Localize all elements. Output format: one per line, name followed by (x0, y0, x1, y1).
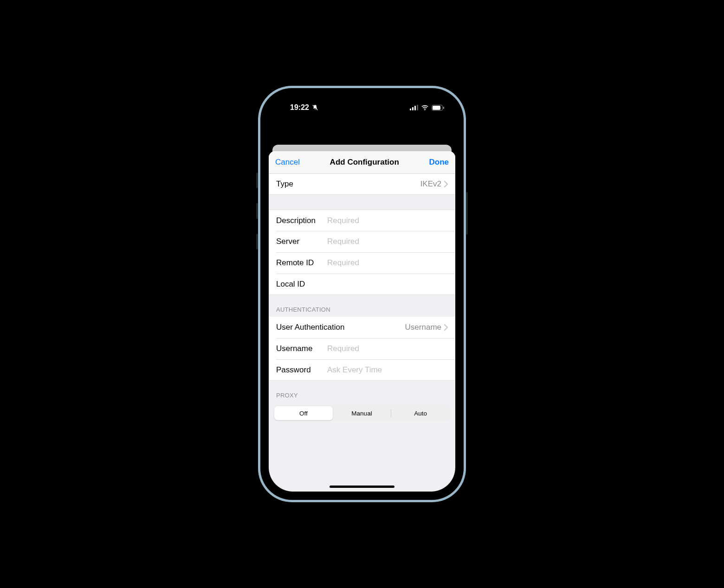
svg-point-4 (425, 109, 426, 110)
row-server[interactable]: Server (269, 231, 455, 252)
svg-rect-3 (417, 105, 418, 110)
bell-slash-icon (312, 104, 318, 111)
cellular-icon (410, 105, 418, 110)
proxy-seg-auto[interactable]: Auto (391, 406, 450, 420)
username-input[interactable] (327, 344, 448, 353)
server-input[interactable] (327, 237, 448, 246)
row-remote-id[interactable]: Remote ID (269, 252, 455, 274)
group-authentication: Authentication User Authentication Usern… (269, 295, 455, 381)
group-type: Type IKEv2 (269, 173, 455, 195)
type-value: IKEv2 (420, 179, 441, 189)
user-auth-value: Username (405, 323, 441, 332)
row-username[interactable]: Username (269, 338, 455, 359)
group-connection: Description Server Remote ID (269, 210, 455, 295)
battery-icon (432, 105, 444, 111)
description-label: Description (276, 216, 323, 225)
password-label: Password (276, 365, 323, 375)
nav-bar: Cancel Add Configuration Done (269, 151, 455, 173)
row-type[interactable]: Type IKEv2 (269, 173, 455, 195)
remote-id-label: Remote ID (276, 258, 323, 268)
type-label: Type (276, 179, 293, 189)
cancel-button[interactable]: Cancel (275, 158, 300, 167)
local-id-input[interactable] (327, 280, 448, 289)
done-button[interactable]: Done (429, 158, 449, 167)
form-table: Type IKEv2 Description (269, 173, 455, 421)
chevron-right-icon (444, 181, 448, 187)
page-title: Add Configuration (330, 158, 399, 167)
username-label: Username (276, 344, 323, 353)
phone-frame: 19:22 (262, 90, 462, 498)
notch (323, 96, 401, 109)
row-password[interactable]: Password (269, 359, 455, 381)
proxy-seg-off[interactable]: Off (274, 406, 333, 420)
screen: 19:22 (269, 96, 455, 492)
sheet-backdrop: Cancel Add Configuration Done Type IKEv2 (269, 119, 455, 492)
remote-id-input[interactable] (327, 258, 448, 268)
svg-rect-1 (412, 107, 414, 110)
local-id-label: Local ID (276, 280, 323, 289)
svg-rect-0 (410, 109, 411, 110)
row-local-id[interactable]: Local ID (269, 274, 455, 295)
password-input[interactable] (327, 365, 448, 375)
proxy-seg-manual[interactable]: Manual (333, 406, 391, 420)
row-description[interactable]: Description (269, 210, 455, 231)
proxy-header: Proxy (269, 381, 455, 403)
svg-rect-6 (433, 106, 440, 110)
row-user-authentication[interactable]: User Authentication Username (269, 317, 455, 338)
home-indicator[interactable] (330, 486, 394, 488)
proxy-segmented[interactable]: Off Manual Auto (273, 405, 451, 421)
status-time: 19:22 (290, 103, 309, 112)
svg-rect-7 (443, 107, 444, 109)
user-auth-label: User Authentication (276, 323, 344, 332)
modal-sheet: Cancel Add Configuration Done Type IKEv2 (269, 151, 455, 492)
svg-rect-2 (414, 106, 416, 110)
auth-header: Authentication (269, 295, 455, 317)
wifi-icon (421, 105, 429, 110)
description-input[interactable] (327, 216, 448, 225)
chevron-right-icon (444, 324, 448, 331)
group-proxy: Proxy Off Manual Auto (269, 381, 455, 421)
server-label: Server (276, 237, 323, 246)
